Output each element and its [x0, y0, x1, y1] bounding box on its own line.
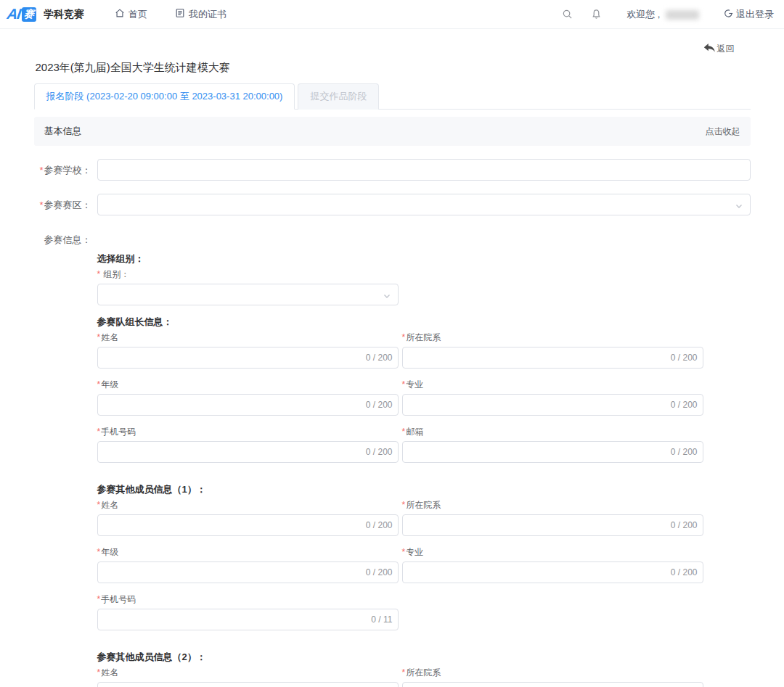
tab-registration-stage[interactable]: 报名阶段 (2023-02-20 09:00:00 至 2023-03-31 2… [34, 83, 295, 110]
field-label: *专业 [402, 546, 703, 559]
info-label: 参赛信息： [34, 229, 91, 247]
nav-item-label: 我的证书 [189, 8, 226, 21]
school-input[interactable] [97, 159, 751, 181]
leader-grade-input[interactable] [97, 394, 399, 416]
field-label: *姓名 [97, 332, 399, 344]
basic-info-section-header: 基本信息 点击收起 [34, 117, 751, 146]
nav-item-certificates[interactable]: 我的证书 [175, 8, 226, 21]
member2-department-input[interactable] [402, 682, 703, 687]
blurred-username [666, 10, 699, 20]
section-title: 基本信息 [44, 125, 82, 138]
zone-label: *参赛赛区： [34, 194, 91, 212]
field-label: *年级 [97, 379, 399, 391]
logo-sai-badge: 赛 [22, 7, 36, 22]
member2-name-field: *姓名 0 / 200 [97, 667, 399, 687]
logout-icon [724, 9, 733, 20]
leader-major-input[interactable] [402, 394, 703, 416]
member1-grade-input[interactable] [97, 561, 399, 583]
back-arrow-icon [703, 43, 716, 55]
leader-phone-input[interactable] [97, 441, 399, 463]
brand-title: 学科竞赛 [44, 8, 84, 21]
member2-name-input[interactable] [97, 682, 399, 687]
leader-phone-field: *手机号码 0 / 200 [97, 426, 399, 463]
member1-name-input[interactable] [97, 514, 399, 536]
group-select[interactable] [97, 284, 399, 305]
group-select-heading: 选择组别： [97, 252, 703, 266]
top-navbar: AI 赛 学科竞赛 首页 我的证书 [0, 0, 784, 29]
group-label: * 组别： [97, 268, 399, 281]
school-label: *参赛学校： [34, 159, 91, 177]
search-icon[interactable] [555, 3, 579, 26]
member1-heading: 参赛其他成员信息（1）： [97, 483, 703, 496]
home-icon [115, 8, 125, 20]
chevron-down-icon [735, 200, 743, 213]
welcome-text: 欢迎您 , [626, 8, 699, 21]
field-label: *手机号码 [97, 426, 399, 438]
logout-button[interactable]: 退出登录 [724, 8, 774, 21]
notification-bell-icon[interactable] [584, 3, 608, 26]
member1-major-field: *专业 0 / 200 [402, 546, 703, 583]
leader-department-field: *所在院系 0 / 200 [402, 332, 703, 369]
member2-heading: 参赛其他成员信息（2）： [97, 651, 703, 664]
member1-department-input[interactable] [402, 514, 703, 536]
field-label: *所在院系 [402, 667, 703, 679]
member1-phone-input[interactable] [97, 609, 399, 630]
leader-name-input[interactable] [97, 347, 399, 369]
member1-phone-field: *手机号码 0 / 11 [97, 593, 399, 630]
certificate-icon [175, 8, 185, 20]
stage-tabs: 报名阶段 (2023-02-20 09:00:00 至 2023-03-31 2… [34, 83, 751, 110]
tab-submission-stage[interactable]: 提交作品阶段 [298, 83, 379, 110]
back-button[interactable]: 返回 [703, 39, 735, 58]
member1-grade-field: *年级 0 / 200 [97, 546, 399, 583]
field-label: *所在院系 [402, 499, 703, 511]
field-label: *姓名 [97, 667, 399, 679]
member1-major-input[interactable] [402, 561, 703, 583]
app-logo[interactable]: AI 赛 [7, 6, 36, 22]
leader-department-input[interactable] [402, 347, 703, 369]
field-label: *所在院系 [402, 332, 703, 344]
leader-major-field: *专业 0 / 200 [402, 379, 703, 416]
leader-email-input[interactable] [402, 441, 703, 463]
leader-grade-field: *年级 0 / 200 [97, 379, 399, 416]
chevron-down-icon [383, 290, 391, 303]
field-label: *专业 [402, 379, 703, 391]
member2-department-field: *所在院系 0 / 200 [402, 667, 703, 687]
nav-item-label: 首页 [128, 8, 147, 21]
member1-department-field: *所在院系 0 / 200 [402, 499, 703, 536]
leader-email-field: *邮箱 0 / 200 [402, 426, 703, 463]
field-label: *姓名 [97, 499, 399, 511]
collapse-toggle[interactable]: 点击收起 [706, 126, 740, 138]
leader-heading: 参赛队组长信息： [97, 316, 703, 329]
field-label: *年级 [97, 546, 399, 559]
field-label: *邮箱 [402, 426, 703, 438]
registration-form: *参赛学校： *参赛赛区： 参赛信息： 选择组别： [34, 146, 751, 687]
member1-name-field: *姓名 0 / 200 [97, 499, 399, 536]
nav-item-home[interactable]: 首页 [115, 8, 147, 21]
field-label: *手机号码 [97, 593, 399, 606]
logo-ai-text: AI [6, 6, 21, 22]
page-title: 2023年(第九届)全国大学生统计建模大赛 [34, 61, 751, 75]
zone-select[interactable] [97, 194, 751, 215]
leader-name-field: *姓名 0 / 200 [97, 332, 399, 369]
